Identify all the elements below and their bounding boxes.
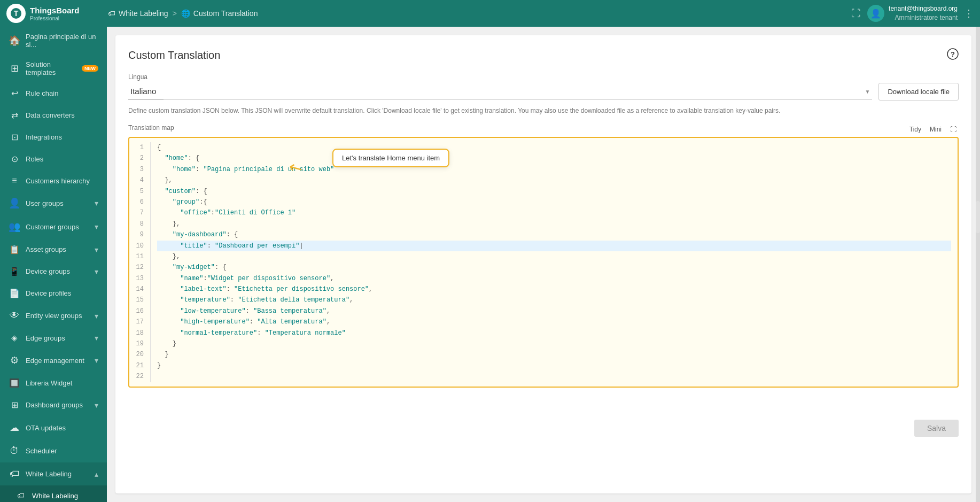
breadcrumb-item-white-labeling[interactable]: 🏷 White Labeling xyxy=(108,9,168,18)
user-info[interactable]: 👤 tenant@thingsboard.org Amministratore … xyxy=(867,4,958,22)
user-groups-icon: 👤 xyxy=(9,197,20,209)
sidebar-item-label: Integrations xyxy=(26,133,98,141)
sidebar-item-label: White Labeling xyxy=(26,470,89,478)
line-numbers: 12345 678910 1112131415 1617181920 2122 xyxy=(129,142,151,382)
svg-text:?: ? xyxy=(951,50,955,58)
sidebar-item-edge-groups[interactable]: ◈ Edge groups ▾ xyxy=(0,327,107,349)
sidebar-item-device-profiles[interactable]: 📄 Device profiles xyxy=(0,282,107,304)
white-labeling-submenu: 🏷 White Labeling 🔑 Login White Labeling xyxy=(0,485,107,502)
sidebar-item-label: Scheduler xyxy=(26,447,98,455)
info-text: Define custom translation JSON below. Th… xyxy=(128,106,959,115)
lingua-row: Italiano English Deutsch Français Españo… xyxy=(128,83,959,101)
chevron-down-icon: ▾ xyxy=(95,356,98,365)
sidebar-item-rule-chain[interactable]: ↩ Rule chain xyxy=(0,82,107,104)
fullscreen-button[interactable]: ⛶ xyxy=(948,125,959,134)
expand-icon[interactable]: ⛶ xyxy=(851,8,861,19)
sidebar-item-data-converters[interactable]: ⇄ Data converters xyxy=(0,104,107,126)
sidebar-item-label: Customers hierarchy xyxy=(26,177,98,185)
sidebar-item-libreria-widget[interactable]: 🔲 Libreria Widget xyxy=(0,372,107,394)
white-labeling-icon: 🏷 xyxy=(108,9,115,18)
rule-chain-icon: ↩ xyxy=(9,88,20,98)
editor-inner[interactable]: 12345 678910 1112131415 1617181920 2122 … xyxy=(129,138,958,387)
help-button[interactable]: ? xyxy=(947,48,959,63)
breadcrumb-white-labeling-label: White Labeling xyxy=(119,9,168,18)
sidebar-item-dashboard-groups[interactable]: ⊞ Dashboard groups ▾ xyxy=(0,394,107,416)
sidebar-item-scheduler[interactable]: ⏱ Scheduler xyxy=(0,439,107,462)
translation-map-label: Translation map xyxy=(128,124,174,132)
content-card: Custom Translation ? Lingua Italiano Eng… xyxy=(115,35,971,493)
globe-icon: 🌐 xyxy=(181,9,190,18)
sidebar-item-user-groups[interactable]: 👤 User groups ▾ xyxy=(0,191,107,215)
breadcrumb: 🏷 White Labeling > 🌐 Custom Translation xyxy=(108,9,851,18)
grid-icon: ⊞ xyxy=(9,63,20,74)
sidebar-item-home[interactable]: 🏠 Pagina principale di un si... xyxy=(0,27,107,55)
sidebar-item-device-groups[interactable]: 📱 Device groups ▾ xyxy=(0,260,107,282)
download-locale-button[interactable]: Download locale file xyxy=(878,83,959,101)
annotation-box: Let's translate Home menu item xyxy=(332,149,449,167)
title-row: Custom Translation ? xyxy=(128,48,959,63)
editor-toolbar-right: Tidy Mini ⛶ xyxy=(907,125,959,134)
chevron-up-icon: ▴ xyxy=(95,470,98,478)
sidebar-item-white-labeling[interactable]: 🏷 White Labeling ▴ xyxy=(0,462,107,485)
sidebar-item-asset-groups[interactable]: 📋 Asset groups ▾ xyxy=(0,238,107,260)
code-textarea[interactable]: { "home": { "home": "Pagina principale d… xyxy=(151,142,958,382)
sidebar-item-label: Solution templates xyxy=(26,60,76,76)
menu-dots-icon[interactable]: ⋮ xyxy=(964,7,974,19)
sidebar-item-customer-groups[interactable]: 👥 Customer groups ▾ xyxy=(0,215,107,238)
roles-icon: ⊙ xyxy=(9,154,20,164)
logo-icon: T xyxy=(6,4,26,23)
sidebar-item-white-labeling-sub[interactable]: 🏷 White Labeling xyxy=(0,485,107,502)
sidebar-item-label: OTA updates xyxy=(26,424,98,432)
tidy-button[interactable]: Tidy xyxy=(907,125,923,134)
sidebar-item-roles[interactable]: ⊙ Roles xyxy=(0,148,107,170)
mini-button[interactable]: Mini xyxy=(928,125,944,134)
sidebar-item-ota-updates[interactable]: ☁ OTA updates xyxy=(0,416,107,439)
sidebar-item-label: Entity view groups xyxy=(26,312,89,320)
edge-groups-icon: ◈ xyxy=(9,333,20,343)
chevron-down-icon: ▾ xyxy=(95,245,98,254)
sidebar-item-label: Pagina principale di un si... xyxy=(26,33,98,49)
lingua-select[interactable]: Italiano English Deutsch Français Españo… xyxy=(128,83,164,99)
sidebar-item-label: White Labeling xyxy=(32,492,98,500)
entity-view-icon: 👁 xyxy=(9,310,20,321)
breadcrumb-custom-translation-label: Custom Translation xyxy=(193,9,258,18)
save-button[interactable]: Salva xyxy=(914,420,959,437)
sidebar-item-label: Edge groups xyxy=(26,334,89,342)
sidebar-item-customers-hierarchy[interactable]: ≡ Customers hierarchy xyxy=(0,170,107,191)
sidebar-item-edge-management[interactable]: ⚙ Edge management ▾ xyxy=(0,349,107,372)
user-name: tenant@thingsboard.org Amministratore te… xyxy=(889,4,958,22)
logo-sub: Professional xyxy=(30,16,80,21)
widget-icon: 🔲 xyxy=(9,378,20,388)
sidebar-item-label: Asset groups xyxy=(26,245,89,253)
sidebar-item-label: Roles xyxy=(26,155,98,163)
ota-icon: ☁ xyxy=(9,422,20,434)
sidebar-item-solution-templates[interactable]: ⊞ Solution templates NEW xyxy=(0,55,107,82)
page-title: Custom Translation xyxy=(128,49,940,61)
avatar: 👤 xyxy=(867,5,884,22)
lingua-select-wrap: Italiano English Deutsch Français Españo… xyxy=(128,83,872,100)
integrations-icon: ⊡ xyxy=(9,132,20,142)
scheduler-icon: ⏱ xyxy=(9,445,20,457)
sidebar-item-label: Customer groups xyxy=(26,223,89,231)
chevron-down-icon: ▾ xyxy=(95,267,98,276)
topbar: T ThingsBoard Professional 🏷 White Label… xyxy=(0,0,980,27)
dashboard-icon: ⊞ xyxy=(9,400,20,410)
save-row: Salva xyxy=(128,420,959,437)
chevron-down-icon: ▾ xyxy=(95,401,98,410)
svg-text:T: T xyxy=(14,9,19,18)
layout: 🏠 Pagina principale di un si... ⊞ Soluti… xyxy=(0,27,980,502)
chevron-down-icon: ▾ xyxy=(95,222,98,231)
chevron-down-icon: ▾ xyxy=(95,312,98,320)
customer-groups-icon: 👥 xyxy=(9,221,20,233)
sidebar-item-integrations[interactable]: ⊡ Integrations xyxy=(0,126,107,148)
sidebar-item-label: Dashboard groups xyxy=(26,401,89,409)
white-labeling-sub-icon: 🏷 xyxy=(15,491,27,500)
sidebar-item-label: Data converters xyxy=(26,111,98,119)
sidebar-item-label: User groups xyxy=(26,199,89,207)
device-groups-icon: 📱 xyxy=(9,266,20,276)
editor-extra-space xyxy=(128,394,959,415)
code-editor: Let's translate Home menu item ↙ 12345 6… xyxy=(128,137,959,388)
sidebar-item-entity-view-groups[interactable]: 👁 Entity view groups ▾ xyxy=(0,304,107,327)
breadcrumb-item-custom-translation[interactable]: 🌐 Custom Translation xyxy=(181,9,258,18)
sidebar: 🏠 Pagina principale di un si... ⊞ Soluti… xyxy=(0,27,107,502)
